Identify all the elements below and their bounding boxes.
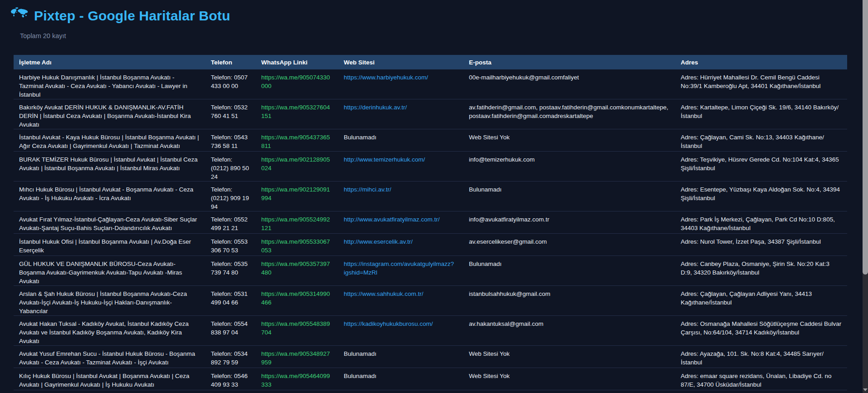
business-name-cell: Harbiye Hukuk Danışmanlık | İstanbul Boş… [14,69,205,99]
address-cell: Adres: Osmanağa Mahallesi Söğütlüçeşme C… [675,316,847,346]
address-cell: Adres: Çağlayan, Cami Sk. No:13, 34403 K… [675,129,847,152]
address-cell: Adres: Çağlayan, Çağlayan Adliyesi Yanı,… [675,286,847,316]
business-name-cell: Kılıç Hukuk Bürosu | İstanbul Avukat | B… [14,368,205,390]
whatsapp-link[interactable]: https://wa.me/905348927959 [261,350,330,366]
website-cell: https://www.sahhukuk.com.tr/ [338,286,463,316]
email-cell: Bulunamadı [463,390,675,393]
whatsapp-link-cell: https://wa.me/905548389704 [256,316,338,346]
email-cell: istanbulsahhukuk@gmail.com [463,286,675,316]
whatsapp-link-cell: https://wa.me/905327604151 [256,99,338,129]
phone-cell: Telefon: 0530 159 14 38 [205,390,256,393]
website-link[interactable]: http://www.esercelik.av.tr/ [344,238,413,245]
website-cell: http://www.avukatfiratyilmaz.com.tr/ [338,211,463,234]
whatsapp-link-cell: https://wa.me/905314990466 [256,286,338,316]
address-cell: Adres: Ayazağa, 101. Sk. No:8 Kat:4, 344… [675,346,847,368]
email-cell: 00e-mailharbiyehukuk@gmail.comfaliyet [463,69,675,99]
column-header-business-name: İşletme Adı [14,55,205,69]
website-link[interactable]: http://www.avukatfiratyilmaz.com.tr/ [344,216,440,223]
results-table: İşletme Adı Telefon WhatsApp Linki Web S… [14,55,847,393]
whatsapp-link[interactable]: https://wa.me/905357397480 [261,260,330,276]
website-link[interactable]: https://mihci.av.tr/ [344,186,391,193]
business-name-cell: İstanbul Avukat - Kaya Hukuk Bürosu | İs… [14,129,205,152]
whatsapp-link-cell: https://wa.me/905437365811 [256,129,338,152]
vertical-scrollbar[interactable] [863,0,868,393]
whatsapp-link[interactable]: https://wa.me/905548389704 [261,320,330,336]
business-name-cell: GÜL HUKUK VE DANIŞMANLIK BÜROSU-Ceza Avu… [14,256,205,286]
page-title-text: Pixtep - Google Haritalar Botu [34,7,230,25]
address-cell: Adres: Esentepe, Yüzbaşı Kaya Aldoğan So… [675,182,847,211]
email-cell: Bulunamadı [463,182,675,211]
email-cell: info@temizerhukuk.com [463,152,675,182]
phone-cell: Telefon: (0212) 909 19 94 [205,182,256,211]
column-header-website: Web Sitesi [338,55,463,69]
website-cell: Bulunamadı [338,346,463,368]
address-cell: Adres: Nurol Tower, İzzet Paşa, 34387 Şi… [675,234,847,256]
website-cell: http://www.esercelik.av.tr/ [338,234,463,256]
whatsapp-link[interactable]: https://wa.me/905074330000 [261,74,330,89]
column-header-address: Adres [675,55,847,69]
whatsapp-link[interactable]: https://wa.me/905533067053 [261,238,330,254]
whatsapp-link[interactable]: https://wa.me/905314990466 [261,290,330,306]
whatsapp-link-cell: https://wa.me/905464099333 [256,368,338,390]
website-cell: http://www.temizerhukuk.com/ [338,152,463,182]
business-name-cell: Bakırköy Avukat DERİN HUKUK & DANIŞMANLI… [14,99,205,129]
scrollbar-down-arrow-icon[interactable] [863,388,868,391]
app-header: Pixtep - Google Haritalar Botu Toplam 20… [0,0,868,40]
website-cell: https://mihci.av.tr/ [338,182,463,211]
phone-cell: Telefon: 0554 838 97 04 [205,316,256,346]
website-link[interactable]: https://www.sahhukuk.com.tr/ [344,290,424,297]
table-row: Eren & Karagöz Hukuk |Av. Merve Karagöz|… [14,390,847,393]
business-name-cell: Eren & Karagöz Hukuk |Av. Merve Karagöz|… [14,390,205,393]
address-cell: Adres: Park İş Merkezi, Çağlayan, Park C… [675,211,847,234]
whatsapp-link-cell: https://wa.me/905357397480 [256,256,338,286]
business-name-cell: Mıhcı Hukuk Bürosu | İstanbul Avukat - B… [14,182,205,211]
website-link[interactable]: https://kadikoyhukukburosu.com/ [344,320,433,327]
email-cell: av.fatihderin@gmail.com, postaav.fatihde… [463,99,675,129]
table-row: Arslan & Şah Hukuk Bürosu | İstanbul Boş… [14,286,847,316]
table-header-row: İşletme Adı Telefon WhatsApp Linki Web S… [14,55,847,69]
address-cell: Adres: Kartaltepe, Limon Çiçeği Sk. 19/6… [675,99,847,129]
address-cell: Adres: Hürriyet Mahallesi Dr. Cemil Beng… [675,69,847,99]
website-cell: Bulunamadı [338,129,463,152]
email-cell: Web Sitesi Yok [463,346,675,368]
email-cell: av.hakantuksal@gmail.com [463,316,675,346]
whatsapp-link-cell: https://wa.me/902129091994 [256,182,338,211]
email-cell: Bulunamadı [463,256,675,286]
email-cell: Web Sitesi Yok [463,129,675,152]
whatsapp-link-cell: https://wa.me/905533067053 [256,234,338,256]
website-cell: Bulunamadı [338,368,463,390]
column-header-whatsapp-link: WhatsApp Linki [256,55,338,69]
business-name-cell: Avukat Hakan Tuksal - Kadıköy Avukat, İs… [14,316,205,346]
website-cell: https://instagram.com/avukatgulyilmazz?i… [338,256,463,286]
website-link[interactable]: https://derinhukuk.av.tr/ [344,104,407,111]
scrollbar-thumb[interactable] [863,0,868,275]
column-header-email: E-posta [463,55,675,69]
whatsapp-link[interactable]: https://wa.me/902129091994 [261,186,330,201]
table-row: Avukat Hakan Tuksal - Kadıköy Avukat, İs… [14,316,847,346]
website-link[interactable]: https://instagram.com/avukatgulyilmazz?i… [344,260,454,276]
phone-cell: Telefon: 0552 499 21 21 [205,211,256,234]
table-body: Harbiye Hukuk Danışmanlık | İstanbul Boş… [14,69,847,393]
address-cell: Adres: Gayrettepe, Fuat Sarp Sk. Kalyonc… [675,390,847,393]
website-link[interactable]: http://www.temizerhukuk.com/ [344,156,425,163]
whatsapp-link-cell: https://wa.me/905074330000 [256,69,338,99]
business-name-cell: Arslan & Şah Hukuk Bürosu | İstanbul Boş… [14,286,205,316]
website-cell: https://derinhukuk.av.tr/ [338,99,463,129]
website-link[interactable]: https://www.harbiyehukuk.com/ [344,74,428,81]
whatsapp-link-cell: https://wa.me/902128905024 [256,152,338,182]
phone-cell: Telefon: 0532 760 41 51 [205,99,256,129]
business-name-cell: İstanbul Hukuk Ofisi | İstanbul Boşanma … [14,234,205,256]
whatsapp-link[interactable]: https://wa.me/905524992121 [261,216,330,231]
table-row: Avukat Fırat Yılmaz-İstanbul-Çağlayan-Ce… [14,211,847,234]
phone-cell: Telefon: (0212) 890 50 24 [205,152,256,182]
table-row: BURAK TEMİZER Hukuk Bürosu | İstanbul Av… [14,152,847,182]
whatsapp-link[interactable]: https://wa.me/902128905024 [261,156,330,172]
email-cell: info@avukatfiratyilmaz.com.tr [463,211,675,234]
whatsapp-link[interactable]: https://wa.me/905437365811 [261,134,330,149]
whatsapp-link[interactable]: https://wa.me/905464099333 [261,373,330,388]
table-row: GÜL HUKUK VE DANIŞMANLIK BÜROSU-Ceza Avu… [14,256,847,286]
whatsapp-link-cell: https://wa.me/905348927959 [256,346,338,368]
table-row: Avukat Yusuf Emrehan Sucu - İstanbul Huk… [14,346,847,368]
whatsapp-link[interactable]: https://wa.me/905327604151 [261,104,330,119]
website-cell: https://kadikoyhukukburosu.com/ [338,316,463,346]
